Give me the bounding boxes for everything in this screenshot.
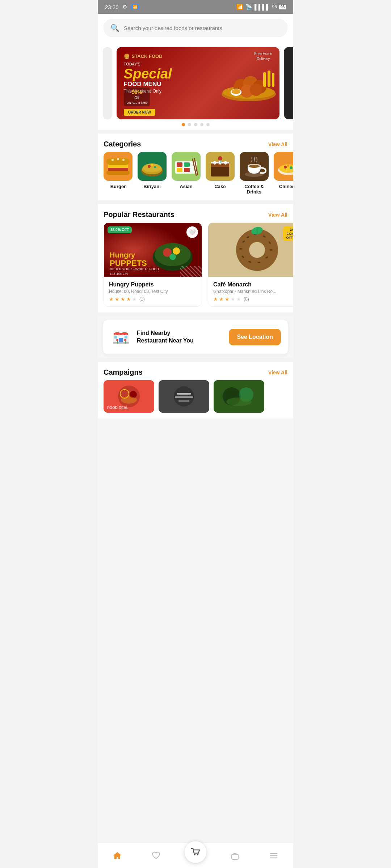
category-biriyani-label: Biriyani bbox=[143, 184, 161, 189]
asian-svg bbox=[172, 152, 201, 181]
discount-badge: 15.0% OFF bbox=[108, 226, 132, 233]
svg-point-56 bbox=[169, 254, 176, 260]
search-icon: 🔍 bbox=[110, 24, 119, 32]
campaign-1[interactable]: FOOD DEAL bbox=[104, 380, 154, 413]
restaurant-hungry-puppets[interactable]: Hungry PUPPETS ORDER YOUR FAVORITE FOOD … bbox=[104, 222, 202, 307]
hp-review-count: (1) bbox=[139, 297, 145, 302]
dot-1[interactable] bbox=[182, 123, 185, 126]
banner-order-btn[interactable]: ORDER NOW bbox=[124, 109, 155, 116]
restaurant-cafe-monarch[interactable]: 2X1COMBOOFFERS Café Monarch Ghatkopar - … bbox=[208, 222, 293, 307]
star-2: ★ bbox=[115, 296, 119, 302]
favorite-btn[interactable]: 🤍 bbox=[186, 226, 198, 238]
restaurant-info-cm: Café Monarch Ghatkopar - Mankhurd Link R… bbox=[208, 277, 293, 306]
banner-section: 🍔 STACK FOOD TODAY'S Special FOOD MENU T… bbox=[98, 42, 293, 130]
nearby-title: Find NearbyRestaurant Near You bbox=[137, 329, 194, 345]
restaurant-info-hp: Hungry Puppets House: 00, Road: 00, Test… bbox=[104, 277, 202, 306]
star-4: ★ bbox=[126, 296, 131, 302]
svg-text:FOOD DEAL: FOOD DEAL bbox=[107, 406, 129, 410]
see-location-button[interactable]: See Location bbox=[229, 329, 281, 345]
campaign-2-svg bbox=[159, 380, 209, 413]
category-asian-img bbox=[172, 152, 201, 181]
category-asian[interactable]: Asian bbox=[172, 152, 201, 195]
dot-3[interactable] bbox=[194, 123, 197, 126]
categories-view-all[interactable]: View All bbox=[268, 141, 287, 147]
hp-address: House: 00, Road: 00, Test City bbox=[109, 289, 197, 294]
nearby-left: Find NearbyRestaurant Near You bbox=[110, 326, 194, 348]
svg-point-37 bbox=[224, 161, 227, 165]
campaign-3-svg bbox=[214, 380, 264, 413]
nav-menu[interactable] bbox=[263, 849, 284, 863]
restaurants-view-all[interactable]: View All bbox=[268, 212, 287, 218]
cm-address: Ghatkopar - Mankhurd Link Ro... bbox=[213, 289, 293, 294]
chinese-svg bbox=[274, 152, 293, 181]
svg-rect-27 bbox=[184, 162, 190, 167]
nav-home[interactable] bbox=[107, 849, 128, 863]
campaign-2[interactable] bbox=[159, 380, 209, 413]
svg-point-64 bbox=[270, 249, 273, 251]
svg-point-22 bbox=[148, 165, 151, 168]
banner-side-left bbox=[103, 47, 112, 119]
campaigns-view-all[interactable]: View All bbox=[268, 370, 287, 375]
svg-point-97 bbox=[194, 854, 196, 855]
donut-placeholder bbox=[208, 223, 293, 277]
svg-point-6 bbox=[250, 84, 262, 96]
category-burger[interactable]: Burger bbox=[104, 152, 133, 195]
categories-section: Categories View All Burger bbox=[98, 133, 293, 200]
banner-main[interactable]: 🍔 STACK FOOD TODAY'S Special FOOD MENU T… bbox=[117, 47, 280, 119]
svg-point-23 bbox=[154, 166, 156, 168]
search-input[interactable] bbox=[124, 25, 281, 31]
svg-rect-32 bbox=[211, 166, 229, 176]
campaign-3[interactable] bbox=[214, 380, 264, 413]
svg-rect-77 bbox=[113, 342, 129, 344]
time: 23:20 bbox=[105, 4, 119, 10]
category-asian-label: Asian bbox=[180, 184, 192, 189]
category-cake[interactable]: Cake bbox=[206, 152, 235, 195]
hp-sub: ORDER YOUR FAVORITE FOOD bbox=[110, 268, 159, 271]
nav-orders[interactable] bbox=[224, 849, 245, 863]
campaigns-section: Campaigns View All FOOD DEAL bbox=[98, 362, 293, 418]
nav-cart-center[interactable] bbox=[185, 841, 206, 863]
settings-icon: ⚙ bbox=[122, 4, 127, 10]
cm-star-1: ★ bbox=[213, 296, 218, 302]
category-chinese[interactable]: Chinese bbox=[274, 152, 293, 195]
stripe-pattern bbox=[180, 266, 202, 277]
divider-2 bbox=[98, 200, 293, 204]
svg-point-98 bbox=[197, 854, 198, 855]
home-icon bbox=[113, 851, 122, 860]
hp-phone: 123-456-789 bbox=[110, 272, 128, 276]
category-biriyani[interactable]: Biriyani bbox=[138, 152, 167, 195]
hp-label: Hungry PUPPETS ORDER YOUR FAVORITE FOOD bbox=[110, 251, 159, 271]
main-content: 🔍 🍔 STACK FOOD TODAY'S Special FOOD MENU… bbox=[98, 14, 293, 868]
restaurants-scroll: Hungry PUPPETS ORDER YOUR FAVORITE FOOD … bbox=[98, 222, 293, 307]
svg-point-69 bbox=[239, 248, 242, 250]
cafe-monarch-svg bbox=[208, 223, 293, 277]
status-bar: 23:20 ⚙ 📶 📶 📡 ▌▌▌▌ 96 96 bbox=[98, 0, 293, 14]
bottom-nav bbox=[98, 843, 293, 868]
banner-content: 🍔 STACK FOOD TODAY'S Special FOOD MENU T… bbox=[117, 47, 280, 119]
nearby-text: Find NearbyRestaurant Near You bbox=[137, 329, 194, 345]
dot-5[interactable] bbox=[206, 123, 210, 126]
bag-icon bbox=[230, 851, 240, 860]
nav-favorites[interactable] bbox=[146, 849, 167, 863]
svg-point-24 bbox=[151, 164, 153, 166]
svg-rect-26 bbox=[177, 162, 182, 167]
svg-point-46 bbox=[290, 166, 293, 169]
svg-rect-92 bbox=[178, 400, 189, 402]
bars-icon: ▌▌▌▌ bbox=[255, 4, 270, 10]
svg-rect-91 bbox=[175, 396, 193, 398]
svg-point-78 bbox=[116, 339, 118, 341]
svg-point-16 bbox=[112, 159, 114, 161]
category-coffee-label: Coffee &Drinks bbox=[244, 184, 264, 195]
restaurants-section: Popular Restaurants View All bbox=[98, 204, 293, 312]
dot-4[interactable] bbox=[200, 123, 203, 126]
dot-2[interactable] bbox=[188, 123, 191, 126]
campaigns-title: Campaigns bbox=[104, 368, 143, 376]
hp-stars: ★ ★ ★ ★ ★ (1) bbox=[109, 296, 197, 302]
category-coffee[interactable]: Coffee &Drinks bbox=[240, 152, 269, 195]
battery-label: 96 bbox=[272, 4, 277, 9]
campaigns-scroll: FOOD DEAL bbox=[98, 380, 293, 413]
svg-point-42 bbox=[249, 165, 260, 168]
search-bar[interactable]: 🔍 bbox=[104, 19, 287, 37]
heart-icon bbox=[151, 851, 161, 860]
cake-svg bbox=[206, 152, 235, 181]
